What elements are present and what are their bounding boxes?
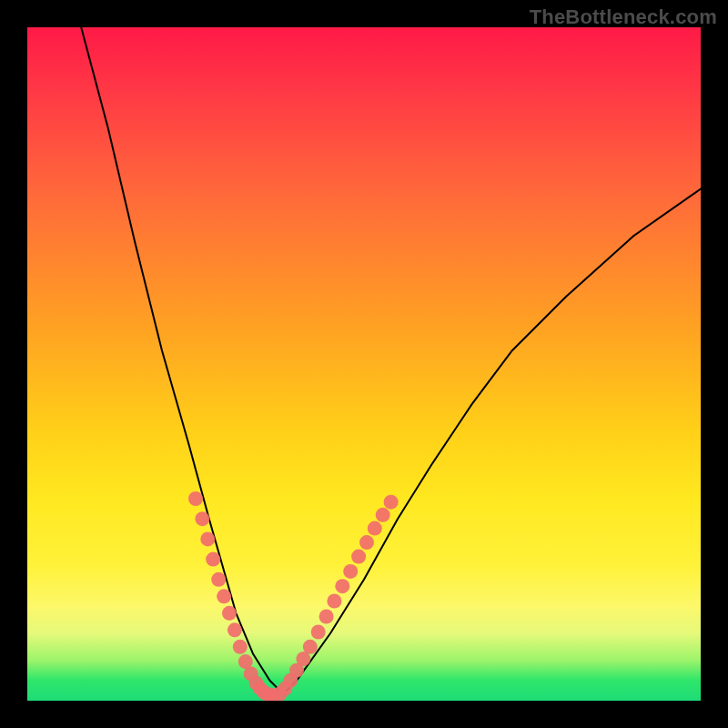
marker-dot xyxy=(384,495,399,510)
marker-dot xyxy=(206,552,220,567)
bottleneck-curve-path xyxy=(81,27,701,694)
marker-points xyxy=(188,491,399,701)
bottleneck-curve xyxy=(81,27,701,694)
marker-dot xyxy=(303,640,318,654)
marker-dot xyxy=(217,589,231,603)
marker-dot xyxy=(228,622,242,637)
marker-dot xyxy=(335,579,349,593)
marker-dot xyxy=(368,521,382,536)
curve-svg xyxy=(27,27,701,701)
marker-dot xyxy=(343,564,358,579)
marker-dot xyxy=(319,610,334,624)
marker-dot xyxy=(222,606,237,621)
marker-dot xyxy=(188,491,203,506)
marker-dot xyxy=(359,535,374,550)
marker-dot xyxy=(351,550,366,564)
marker-dot xyxy=(233,640,248,654)
marker-dot xyxy=(376,508,390,522)
marker-dot xyxy=(200,531,215,546)
marker-dot xyxy=(327,594,341,609)
marker-dot xyxy=(311,625,326,640)
marker-dot xyxy=(195,511,209,526)
chart-frame: TheBottleneck.com xyxy=(0,0,728,728)
plot-area xyxy=(27,27,701,701)
marker-dot xyxy=(211,572,226,587)
watermark-text: TheBottleneck.com xyxy=(530,5,717,29)
